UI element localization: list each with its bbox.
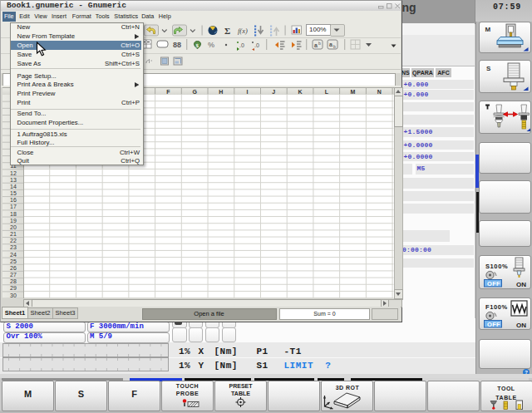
svg-text:27: 27: [10, 272, 17, 278]
svg-text:23: 23: [10, 244, 17, 250]
svg-text:ON: ON: [516, 280, 526, 288]
svg-text:14: 14: [10, 183, 17, 189]
svg-text:TOUCH: TOUCH: [176, 383, 199, 389]
svg-text:OFF: OFF: [487, 320, 500, 327]
svg-text:21: 21: [10, 231, 17, 237]
svg-text:17: 17: [10, 204, 17, 209]
svg-text:S100%: S100%: [485, 263, 508, 270]
svg-text:PRESET: PRESET: [229, 383, 253, 389]
svg-text:15: 15: [10, 190, 17, 196]
svg-text:30: 30: [10, 292, 17, 297]
svg-text:28: 28: [10, 278, 17, 284]
svg-text:13: 13: [10, 176, 17, 182]
svg-text:29: 29: [10, 285, 17, 291]
svg-text:24: 24: [10, 251, 17, 257]
svg-text:S: S: [486, 65, 491, 72]
svg-text:19: 19: [10, 217, 17, 223]
svg-text:ON: ON: [516, 321, 526, 328]
svg-text:25: 25: [10, 258, 17, 263]
svg-text:16: 16: [10, 197, 17, 203]
svg-text:OFF: OFF: [487, 279, 500, 287]
svg-text:3D ROT: 3D ROT: [336, 385, 360, 391]
svg-text:PROBE: PROBE: [176, 391, 199, 396]
svg-text:22: 22: [10, 238, 17, 243]
svg-text:TABLE: TABLE: [231, 391, 250, 396]
svg-text:TABLE: TABLE: [495, 395, 516, 401]
svg-text:M: M: [485, 25, 490, 32]
svg-text:18: 18: [10, 210, 17, 216]
svg-text:20: 20: [10, 224, 17, 229]
svg-text:F100%: F100%: [485, 303, 508, 311]
svg-text:TOOL: TOOL: [497, 386, 515, 391]
svg-text:12: 12: [10, 170, 17, 175]
svg-text:26: 26: [10, 264, 17, 270]
